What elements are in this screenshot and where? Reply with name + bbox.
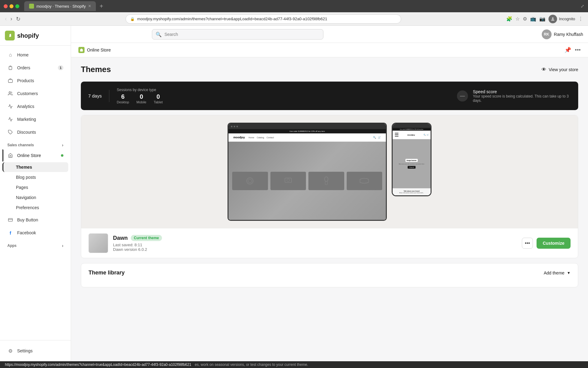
screenshot-button[interactable]: 📷 <box>539 16 545 22</box>
desktop-stats: 6 Desktop <box>117 93 129 104</box>
mobile-screen: Use code SUMMER10 for 10% off any item ☰… <box>393 124 431 195</box>
search-nav-icon: 🔍 <box>373 136 376 139</box>
sidebar-item-products[interactable]: Products <box>2 75 68 87</box>
profile-extensions-button[interactable]: ⚙ <box>523 16 527 22</box>
sidebar-item-analytics[interactable]: Analytics <box>2 100 68 113</box>
new-tab-button[interactable]: + <box>100 3 103 10</box>
sidebar-analytics-label: Analytics <box>17 104 34 109</box>
forward-button[interactable]: › <box>10 16 12 22</box>
view-store-label: View your store <box>549 67 578 72</box>
back-button[interactable]: ‹ <box>5 16 7 22</box>
refresh-button[interactable]: ↻ <box>16 16 21 22</box>
analytics-icon <box>7 103 13 109</box>
sidebar-products-label: Products <box>17 78 34 83</box>
url-bar[interactable]: 🔒 moodjoy.myshopify.com/admin/themes?cha… <box>126 14 401 24</box>
incognito-button[interactable]: Incognito <box>548 15 575 23</box>
browser-window-controls <box>4 4 19 8</box>
stats-values: 6 Desktop 0 Mobile 0 Tablet <box>117 93 163 104</box>
sidebar-sub-item-themes[interactable]: Themes <box>2 162 68 172</box>
sidebar-sub-item-navigation[interactable]: Navigation <box>2 193 68 202</box>
mobile-talk-sub: Share information about your brand with.… <box>394 192 429 194</box>
navigation-label: Navigation <box>16 195 36 200</box>
apps-expand-icon: › <box>62 243 63 248</box>
close-dot[interactable] <box>4 4 8 8</box>
theme-library: Theme library Add theme ▼ <box>81 263 578 287</box>
mobile-cart-icon: 🛒 <box>427 134 429 136</box>
mobile-preview: Use code SUMMER10 for 10% off any item ☰… <box>392 123 432 196</box>
theme-actions: ••• Customize <box>522 238 571 249</box>
tab-close-button[interactable]: × <box>88 3 91 9</box>
sidebar-item-facebook[interactable]: f Facebook <box>2 227 68 239</box>
svg-rect-10 <box>325 177 328 181</box>
sidebar-item-orders[interactable]: Orders 1 <box>2 62 68 74</box>
nav-link-home: Home <box>249 136 254 139</box>
bookmark-button[interactable]: ☆ <box>515 16 520 22</box>
mobile-stats: 0 Mobile <box>137 93 146 104</box>
preview-item-2 <box>270 172 306 190</box>
sidebar-item-settings[interactable]: ⚙ Settings <box>2 345 68 357</box>
products-icon <box>7 78 13 84</box>
svg-rect-4 <box>8 218 12 221</box>
sidebar-item-discounts[interactable]: Discounts <box>2 126 68 138</box>
breadcrumb: Online Store <box>78 47 111 53</box>
active-accent <box>2 149 3 162</box>
orders-icon <box>7 65 13 71</box>
desktop-dot-3 <box>236 126 238 127</box>
sidebar-item-marketing[interactable]: Marketing <box>2 113 68 125</box>
minimize-dot[interactable] <box>9 4 13 8</box>
orders-badge: 1 <box>58 65 63 70</box>
speed-desc: Your speed score is being calculated. Th… <box>473 94 571 103</box>
maximize-dot[interactable] <box>15 4 19 8</box>
sidebar-item-customers[interactable]: Customers <box>2 87 68 100</box>
mobile-nav-icons: 🔍 🛒 <box>424 134 429 136</box>
shopify-text: shopify <box>17 32 39 39</box>
customize-button[interactable]: Customize <box>537 238 571 249</box>
browser-menu-button[interactable]: ⋮ <box>578 16 583 22</box>
sidebar-orders-label: Orders <box>17 65 30 70</box>
view-store-button[interactable]: 👁 View your store <box>541 67 578 72</box>
theme-thumbnail <box>89 233 108 253</box>
buy-button-icon <box>7 217 13 223</box>
add-theme-label: Add theme <box>544 270 564 275</box>
facebook-icon: f <box>7 230 13 236</box>
sidebar-sub-item-pages[interactable]: Pages <box>2 182 68 192</box>
extensions-button[interactable]: 🧩 <box>506 16 512 22</box>
tab-favicon <box>29 4 34 9</box>
sidebar-sub-item-blog-posts[interactable]: Blog posts <box>2 172 68 182</box>
sidebar-bottom: ⚙ Settings <box>0 340 71 361</box>
shopify-logo[interactable]: shopify <box>5 31 39 40</box>
desktop-topbar <box>228 124 386 129</box>
preferences-label: Preferences <box>16 205 39 210</box>
main-content: 🔍 RK Ramy Khuffash Online Store 📌 ••• <box>71 26 588 361</box>
preview-item-3 <box>308 172 344 190</box>
apps-section[interactable]: Apps › <box>2 240 68 249</box>
promo-bar: Use code SUMMER10 for 10% off any item <box>228 129 386 133</box>
preview-nav-icons: 🔍 🛒 <box>373 136 381 139</box>
theme-last-saved: Last saved: 8:11 <box>113 243 517 247</box>
page-top-bar: Online Store 📌 ••• <box>71 43 588 57</box>
mobile-promo: Use code SUMMER10 for 10% off any item <box>393 128 431 131</box>
preview-nav-links: Home Catalog Contact <box>249 136 274 139</box>
browser-navigation-bar: ‹ › ↻ 🔒 moodjoy.myshopify.com/admin/them… <box>0 12 588 26</box>
browser-tab[interactable]: moodjoy · Themes · Shopify × <box>24 1 96 11</box>
sidebar-item-online-store[interactable]: Online Store <box>2 149 68 162</box>
preview-item-1 <box>232 172 268 190</box>
sidebar-sub-item-preferences[interactable]: Preferences <box>2 203 68 213</box>
pin-button[interactable]: 📌 <box>564 47 571 53</box>
search-container: 🔍 <box>152 29 323 40</box>
sidebar-item-home[interactable]: ⌂ Home <box>2 49 68 61</box>
sales-channels-section[interactable]: Sales channels › <box>2 139 68 149</box>
tab-title: moodjoy · Themes · Shopify <box>36 4 86 9</box>
search-input[interactable] <box>152 29 323 40</box>
mobile-banner: Image banner Announce your sale, product… <box>393 139 431 188</box>
preview-hero <box>228 142 386 220</box>
home-icon: ⌂ <box>7 52 13 58</box>
breadcrumb-icon <box>78 47 85 53</box>
more-options-button[interactable]: ••• <box>575 47 581 53</box>
theme-more-options-button[interactable]: ••• <box>522 238 533 249</box>
preview-item-4 <box>347 172 383 190</box>
sidebar-item-buy-button[interactable]: Buy Button <box>2 214 68 226</box>
desktop-dot-2 <box>234 126 235 127</box>
cast-button[interactable]: 📺 <box>530 16 536 22</box>
add-theme-button[interactable]: Add theme ▼ <box>544 270 571 275</box>
